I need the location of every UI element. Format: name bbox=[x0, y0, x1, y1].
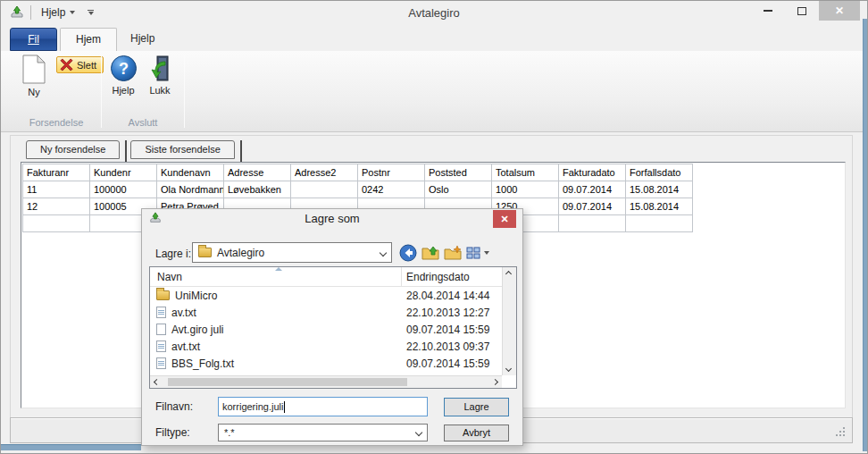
text-caret bbox=[284, 401, 285, 413]
grid-cell: 11 bbox=[23, 181, 90, 198]
dialog-close-button[interactable]: ✕ bbox=[493, 210, 516, 228]
chevron-down-icon bbox=[415, 429, 422, 436]
grid-cell bbox=[23, 215, 90, 232]
grid-cell: Ola Nordmann bbox=[157, 181, 224, 198]
scrollbar-thumb[interactable] bbox=[168, 378, 407, 386]
scroll-up-icon[interactable] bbox=[505, 271, 512, 277]
list-item[interactable]: Avt.giro juli09.07.2014 15:59 bbox=[150, 321, 502, 338]
grid-column-header[interactable]: Poststed bbox=[425, 164, 492, 181]
filename-input[interactable]: korrigering.juli bbox=[218, 397, 428, 416]
save-button[interactable]: Lagre bbox=[444, 398, 509, 416]
file-rows: UniMicro28.04.2014 14:44av.txt22.10.2013… bbox=[150, 287, 502, 375]
scroll-left-icon[interactable] bbox=[154, 379, 160, 385]
vertical-scrollbar[interactable] bbox=[502, 267, 516, 375]
new-folder-button[interactable] bbox=[444, 245, 462, 261]
tab-hjem[interactable]: Hjem bbox=[60, 28, 117, 52]
window-title: Avtalegiro bbox=[1, 6, 867, 20]
file-list-header: Navn Endringsdato bbox=[150, 267, 516, 287]
delete-button[interactable]: Slett bbox=[56, 56, 104, 73]
grid-cell: 0242 bbox=[358, 181, 425, 198]
grid-cell: Oslo bbox=[425, 181, 492, 198]
minimize-button[interactable] bbox=[751, 1, 785, 21]
file-date: 22.10.2013 12:27 bbox=[406, 307, 489, 319]
list-item[interactable]: UniMicro28.04.2014 14:44 bbox=[150, 287, 502, 304]
resize-grip[interactable] bbox=[836, 427, 847, 438]
dialog-title: Lagre som bbox=[142, 212, 522, 225]
app-window: Hjelp Avtalegiro ✕ Fil Hjem Hjelp Ny bbox=[0, 0, 868, 454]
grid-column-header[interactable]: Postnr bbox=[358, 164, 425, 181]
tab-separator bbox=[240, 140, 242, 163]
column-divider[interactable] bbox=[401, 267, 402, 286]
cancel-button[interactable]: Avbryt bbox=[444, 425, 509, 441]
tab-ny-forsendelse[interactable]: Ny forsendelse bbox=[26, 140, 120, 159]
table-row[interactable]: 11100000Ola NordmannLøvebakken0242Oslo10… bbox=[23, 181, 693, 198]
list-item[interactable]: BBS_Folg.txt09.07.2014 15:59 bbox=[150, 355, 502, 372]
filename-label: Filnavn: bbox=[155, 400, 193, 413]
ribbon-tab-row: Fil Hjem Hjelp bbox=[1, 26, 867, 51]
svg-text:?: ? bbox=[119, 60, 129, 78]
file-date: 22.10.2013 09:37 bbox=[406, 340, 489, 353]
grid-column-header[interactable]: Totalsum bbox=[492, 164, 559, 181]
close-button[interactable]: ✕ bbox=[819, 1, 860, 21]
scroll-down-icon[interactable] bbox=[505, 366, 512, 372]
up-one-level-button[interactable] bbox=[421, 245, 439, 261]
column-header-endringsdato[interactable]: Endringsdato bbox=[406, 271, 470, 283]
dialog-title-bar: Lagre som ✕ bbox=[142, 209, 522, 228]
views-grid-icon bbox=[466, 246, 481, 260]
back-icon bbox=[399, 244, 417, 262]
window-edge-bottom bbox=[1, 444, 141, 450]
list-item[interactable]: avt.txt22.10.2013 09:37 bbox=[150, 338, 502, 355]
maximize-button[interactable] bbox=[785, 1, 819, 21]
views-button[interactable] bbox=[466, 246, 489, 260]
filetype-value: *.* bbox=[224, 427, 235, 438]
grid-column-header[interactable]: Forfallsdato bbox=[626, 164, 693, 181]
grid-column-header[interactable]: Fakturadato bbox=[559, 164, 626, 181]
close-icon: ✕ bbox=[835, 4, 844, 17]
file-date: 28.04.2014 14:44 bbox=[406, 290, 489, 302]
ribbon-group-separator bbox=[101, 55, 102, 128]
ribbon: Ny Slett ? Hjelp bbox=[1, 51, 867, 132]
filename-value: korrigering.juli bbox=[222, 401, 283, 412]
filetype-select[interactable]: *.* bbox=[218, 424, 428, 441]
grid-column-header[interactable]: Kundenavn bbox=[157, 164, 224, 181]
grid-column-header[interactable]: Adresse bbox=[224, 164, 291, 181]
file-tab-button[interactable]: Fil bbox=[10, 28, 57, 51]
back-button[interactable] bbox=[399, 244, 417, 262]
grid-header-row: FakturanrKundenrKundenavnAdresseAdresse2… bbox=[23, 164, 693, 181]
help-button-label: Hjelp bbox=[112, 85, 134, 96]
tab-siste-forsendelse[interactable]: Siste forsendelse bbox=[130, 140, 234, 159]
delete-button-label: Slett bbox=[77, 60, 96, 71]
close-app-button[interactable]: Lukk bbox=[142, 54, 178, 96]
grid-column-header[interactable]: Kundenr bbox=[90, 164, 157, 181]
close-app-button-label: Lukk bbox=[149, 85, 170, 96]
grid-column-header[interactable]: Adresse2 bbox=[291, 164, 358, 181]
scroll-right-icon[interactable] bbox=[492, 379, 498, 385]
help-button[interactable]: ? Hjelp bbox=[105, 54, 141, 96]
folder-icon bbox=[156, 290, 170, 300]
horizontal-scrollbar[interactable] bbox=[150, 375, 502, 388]
title-bar: Hjelp Avtalegiro ✕ bbox=[1, 1, 867, 26]
grid-cell bbox=[626, 215, 693, 232]
file-date: 09.07.2014 15:59 bbox=[406, 324, 489, 336]
tab-hjelp[interactable]: Hjelp bbox=[115, 28, 170, 51]
file-name: Avt.giro juli bbox=[171, 324, 223, 336]
grid-cell: Løvebakken bbox=[224, 181, 291, 198]
grid-cell: 15.08.2014 bbox=[626, 198, 693, 215]
list-item[interactable]: av.txt22.10.2013 12:27 bbox=[150, 304, 502, 321]
save-in-combobox[interactable]: Avtalegiro bbox=[192, 242, 392, 263]
close-icon: ✕ bbox=[500, 214, 508, 225]
group-label-avslutt: Avslutt bbox=[104, 117, 181, 128]
text-file-icon bbox=[156, 307, 166, 318]
file-icon bbox=[156, 324, 166, 335]
help-question-icon: ? bbox=[110, 55, 138, 82]
grid-column-header[interactable]: Fakturanr bbox=[23, 164, 90, 181]
grid-cell: 09.07.2014 bbox=[559, 181, 626, 198]
filetype-label: Filtype: bbox=[155, 426, 190, 439]
new-button[interactable]: Ny bbox=[15, 54, 53, 97]
file-list: Navn Endringsdato UniMicro28.04.2014 14:… bbox=[149, 266, 517, 389]
grid-cell: 100000 bbox=[90, 181, 157, 198]
dialog-toolbar bbox=[399, 244, 489, 262]
minimize-icon bbox=[764, 10, 772, 12]
column-header-navn[interactable]: Navn bbox=[157, 271, 182, 283]
file-name: UniMicro bbox=[175, 290, 217, 302]
